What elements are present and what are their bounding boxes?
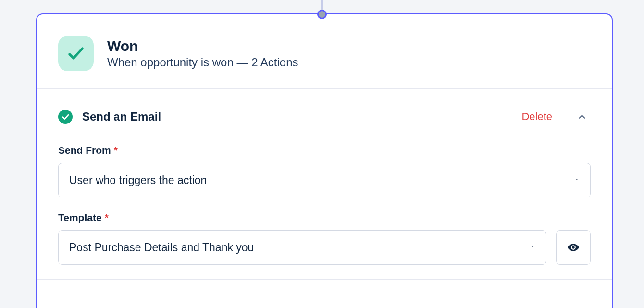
connector-node[interactable] — [317, 10, 327, 19]
required-marker: * — [105, 212, 109, 223]
action-title: Send an Email — [82, 110, 161, 123]
send-from-label: Send From* — [58, 145, 591, 156]
card-subtitle: When opportunity is won — 2 Actions — [107, 56, 298, 69]
caret-down-icon — [574, 177, 580, 184]
required-marker: * — [114, 145, 118, 156]
workflow-step-card: Won When opportunity is won — 2 Actions … — [36, 13, 613, 308]
status-badge — [58, 36, 94, 71]
label-text: Template — [58, 212, 102, 223]
eye-icon — [567, 241, 580, 254]
action-status-icon — [58, 110, 73, 124]
send-from-field: Send From* User who triggers the action — [58, 145, 591, 197]
action-header-left: Send an Email — [58, 110, 161, 124]
chevron-up-icon — [577, 111, 587, 122]
caret-down-icon — [530, 244, 535, 251]
delete-button[interactable]: Delete — [521, 111, 552, 123]
card-title: Won — [107, 37, 298, 55]
title-block: Won When opportunity is won — 2 Actions — [107, 37, 298, 69]
action-header: Send an Email Delete — [58, 108, 591, 125]
card-header: Won When opportunity is won — 2 Actions — [37, 14, 612, 89]
template-label: Template* — [58, 212, 591, 223]
action-section: Send an Email Delete Send From* User who… — [37, 89, 612, 280]
label-text: Send From — [58, 145, 111, 156]
check-circle-icon — [61, 112, 70, 121]
action-header-right: Delete — [521, 108, 591, 125]
send-from-select[interactable]: User who triggers the action — [58, 163, 591, 197]
preview-button[interactable] — [556, 230, 591, 265]
check-icon — [66, 44, 86, 63]
collapse-button[interactable] — [573, 108, 591, 125]
select-value: Post Purchase Details and Thank you — [69, 241, 254, 254]
template-select[interactable]: Post Purchase Details and Thank you — [58, 230, 546, 265]
select-value: User who triggers the action — [69, 174, 207, 187]
template-field: Template* Post Purchase Details and Than… — [58, 212, 591, 265]
